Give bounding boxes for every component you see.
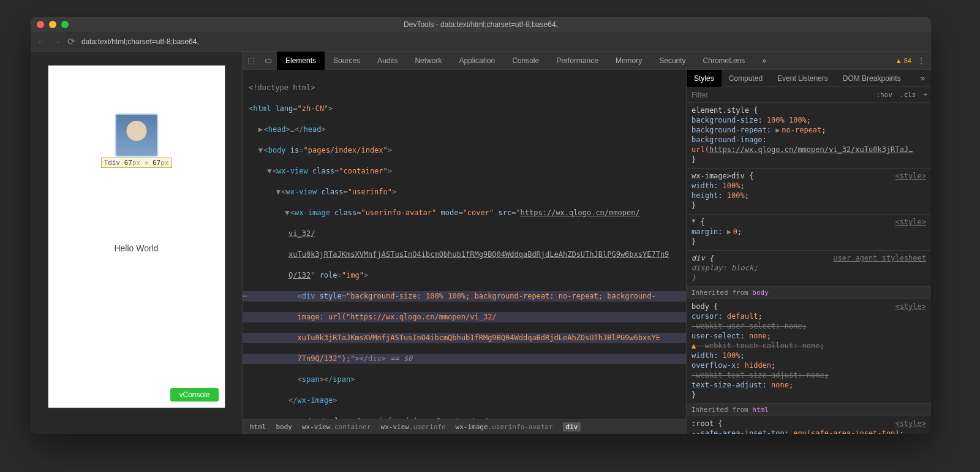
crumb-avatar[interactable]: wx-image.userinfo-avatar [456,423,553,431]
device-toggle-icon[interactable]: ▭ [260,56,277,65]
vconsole-button[interactable]: vConsole [170,388,218,402]
styles-filter-bar: :hov .cls + [687,87,931,103]
tab-console[interactable]: Console [503,51,548,70]
tab-chromelens[interactable]: ChromeLens [695,51,754,70]
collapse-icon[interactable]: ▼ [257,145,263,156]
styles-filter-input[interactable] [687,91,872,99]
tab-audits[interactable]: Audits [369,51,406,70]
elements-tree[interactable]: <!doctype html> <html lang="zh-CN"> ▶<he… [243,70,686,419]
address-text: data:text/html;charset=utf-8;base64, [81,37,199,46]
back-icon[interactable]: ← [37,36,46,47]
hello-text: Hello World [48,243,225,253]
crumb-div[interactable]: div [563,422,581,432]
forward-icon[interactable]: → [52,36,61,47]
kebab-menu-icon[interactable]: ⋮ [918,56,925,65]
style-rules[interactable]: element.style { background-size: 100% 10… [687,103,931,434]
styles-tabs-more[interactable]: » [914,74,931,83]
rule-element-style[interactable]: element.style { background-size: 100% 10… [687,103,931,169]
styles-pane: Styles Computed Event Listeners DOM Brea… [686,70,931,434]
expand-icon[interactable]: ▶ [257,124,263,135]
rule-star[interactable]: <style>* { margin: ▶0; } [687,215,931,251]
devtools-tabs: ⬚ ▭ Elements Sources Audits Network Appl… [243,51,931,70]
styles-tabs: Styles Computed Event Listeners DOM Brea… [687,70,931,87]
stab-listeners[interactable]: Event Listeners [770,70,835,87]
crumb-container[interactable]: wx-view.container [302,423,371,431]
tab-performance[interactable]: Performance [548,51,607,70]
avatar-image[interactable] [116,115,157,156]
titlebar: DevTools - data:text/html;charset=utf-8;… [31,17,931,32]
tab-memory[interactable]: Memory [607,51,650,70]
hov-toggle[interactable]: :hov [872,91,896,99]
add-rule-button[interactable]: + [919,91,931,99]
stab-computed[interactable]: Computed [722,70,770,87]
main: Tdiv 67px × 67px Hello World vConsole ⬚ … [31,51,931,434]
inspect-icon[interactable]: ⬚ [243,56,260,65]
window-title: DevTools - data:text/html;charset=utf-8;… [31,20,931,29]
crumb-body[interactable]: body [276,423,293,431]
tabs-more[interactable]: » [753,51,775,70]
device-frame: Tdiv 67px × 67px Hello World vConsole [48,65,225,408]
breadcrumb: html body wx-view.container wx-view.user… [243,419,686,434]
tab-sources[interactable]: Sources [325,51,369,70]
reload-icon[interactable]: ⟳ [67,36,75,47]
dots-icon[interactable]: ⋯ [243,291,247,302]
rule-body[interactable]: <style>body { cursor: default; -webkit-u… [687,299,931,404]
stab-breakpoints[interactable]: DOM Breakpoints [835,70,908,87]
crumb-html[interactable]: html [250,423,266,431]
inherited-body-header: Inherited from body [687,287,931,299]
rule-wx-image-div[interactable]: <style>wx-image>div { width: 100%; heigh… [687,169,931,215]
tab-elements[interactable]: Elements [277,51,325,70]
tab-network[interactable]: Network [406,51,450,70]
devtools-pane: ⬚ ▭ Elements Sources Audits Network Appl… [242,51,931,434]
crumb-userinfo[interactable]: wx-view.userinfo [381,423,446,431]
devtools-window: DevTools - data:text/html;charset=utf-8;… [31,17,931,434]
rule-root[interactable]: <style>:root { --safe-area-inset-top: en… [687,416,931,434]
preview-pane: Tdiv 67px × 67px Hello World vConsole [31,51,242,434]
cls-toggle[interactable]: .cls [896,91,920,99]
inherited-html-header: Inherited from html [687,404,931,416]
element-size-badge: Tdiv 67px × 67px [101,158,172,168]
tab-application[interactable]: Application [450,51,503,70]
navbar: ← → ⟳ data:text/html;charset=utf-8;base6… [31,32,931,51]
devtools-body: <!doctype html> <html lang="zh-CN"> ▶<he… [243,70,931,434]
rule-div-ua[interactable]: user agent stylesheetdiv { display: bloc… [687,251,931,287]
tab-security[interactable]: Security [650,51,694,70]
warning-badge[interactable]: ▲ 84 [895,57,911,64]
stab-styles[interactable]: Styles [687,70,722,87]
